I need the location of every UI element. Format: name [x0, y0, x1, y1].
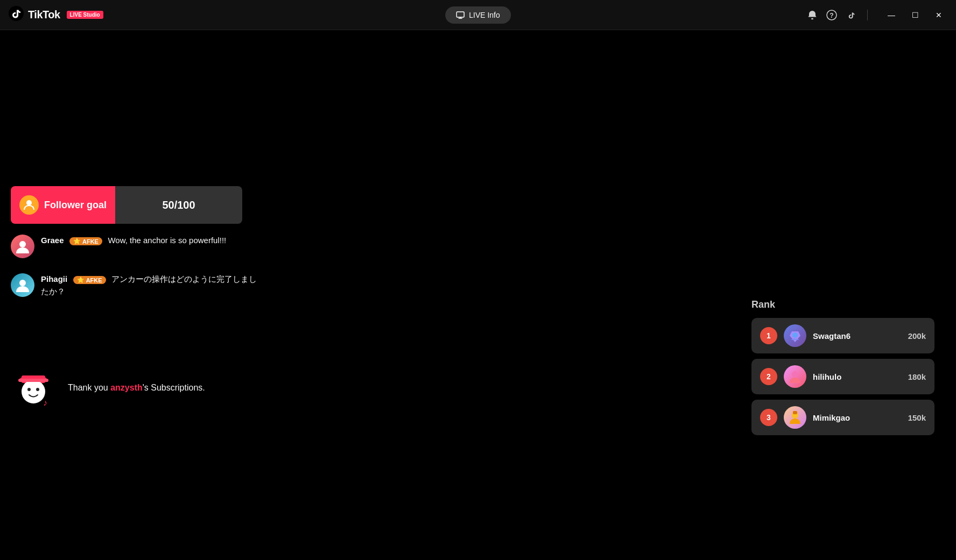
tiktok-icon — [9, 6, 24, 24]
rank-item: 3 Mimikgao 150k — [751, 400, 934, 435]
svg-rect-1 — [456, 12, 464, 17]
rank-score: 180k — [908, 372, 926, 381]
avatar — [11, 235, 34, 258]
svg-rect-16 — [18, 379, 48, 382]
rank-section: Rank 1 Swagtan6 200k 2 — [751, 299, 934, 441]
chat-username: Graee — [41, 236, 64, 245]
follower-goal-label: Follower goal — [44, 200, 107, 211]
title-bar-icons: ? — [807, 10, 870, 20]
follower-goal-progress: 50/100 — [162, 199, 195, 211]
svg-point-4 — [811, 18, 813, 19]
chat-username: Pihagii — [41, 274, 67, 283]
monitor-icon — [456, 11, 465, 19]
rank-username: Mimikgao — [813, 413, 902, 422]
rank-score: 150k — [908, 413, 926, 422]
svg-point-12 — [22, 380, 45, 403]
close-button[interactable]: ✕ — [928, 6, 950, 24]
title-bar: TikTok LIVE Studio LIVE Info ? — [0, 0, 956, 30]
afke-badge: ⭐ AFKE — [69, 237, 102, 245]
badge-label: AFKE — [82, 238, 99, 245]
sub-prefix: Thank you — [68, 383, 110, 392]
rank-badge-2: 2 — [760, 368, 777, 385]
help-icon[interactable]: ? — [826, 10, 837, 20]
rank-avatar — [784, 406, 806, 429]
rank-item: 1 Swagtan6 200k — [751, 318, 934, 353]
star-icon: ⭐ — [77, 277, 85, 283]
badge-label: AFKE — [86, 277, 102, 283]
follower-goal: Follower goal 50/100 — [11, 186, 242, 224]
follower-goal-right: 50/100 — [115, 186, 242, 224]
window-controls: — ☐ ✕ — [881, 6, 950, 24]
title-bar-divider — [867, 10, 868, 20]
sub-suffix: 's Subscriptions. — [143, 383, 205, 392]
svg-point-19 — [792, 371, 798, 378]
notification-icon[interactable] — [807, 10, 818, 20]
live-info-button[interactable]: LIVE Info — [445, 6, 511, 24]
svg-point-9 — [19, 280, 26, 286]
star-icon: ⭐ — [73, 238, 81, 245]
rank-username: hilihulo — [813, 372, 902, 381]
rank-avatar — [784, 324, 806, 347]
rank-avatar — [784, 365, 806, 388]
svg-point-0 — [9, 6, 24, 21]
sub-username: anzysth — [110, 383, 143, 392]
rank-badge-1: 1 — [760, 327, 777, 344]
live-info-label: LIVE Info — [469, 11, 500, 19]
rank-item: 2 hilihulo 180k — [751, 359, 934, 394]
chat-content: Pihagii ⭐ AFKE アンカーの操作はどのように完了しましたか？ — [41, 273, 258, 297]
rank-title: Rank — [751, 299, 934, 310]
svg-point-13 — [27, 388, 31, 391]
subscription-text: Thank you anzysth's Subscriptions. — [68, 381, 205, 395]
svg-text:?: ? — [830, 12, 833, 19]
live-studio-badge: LIVE Studio — [67, 11, 103, 19]
follower-goal-left: Follower goal — [11, 186, 115, 224]
subscription-notification: ♪ Thank you anzysth's Subscriptions. — [11, 364, 205, 412]
chat-content: Graee ⭐ AFKE Wow, the anchor is so power… — [41, 235, 258, 247]
chat-message: Graee ⭐ AFKE Wow, the anchor is so power… — [11, 235, 258, 258]
svg-point-7 — [26, 200, 32, 205]
tiktok-wordmark: TikTok — [28, 9, 60, 21]
follower-goal-icon — [19, 195, 39, 215]
svg-text:♪: ♪ — [43, 398, 47, 407]
chat-area: Graee ⭐ AFKE Wow, the anchor is so power… — [11, 235, 258, 313]
minimize-button[interactable]: — — [881, 6, 902, 24]
rank-username: Swagtan6 — [813, 331, 902, 341]
maximize-button[interactable]: ☐ — [904, 6, 926, 24]
avatar — [11, 273, 34, 297]
main-content: Follower goal 50/100 Graee ⭐ AFKE Wow, t… — [0, 30, 956, 560]
svg-point-18 — [792, 332, 798, 338]
svg-point-8 — [19, 241, 26, 247]
svg-point-14 — [36, 388, 39, 391]
rank-score: 200k — [908, 331, 926, 341]
rank-badge-3: 3 — [760, 409, 777, 426]
subscription-avatar: ♪ — [11, 364, 59, 412]
tiktok-logo: TikTok LIVE Studio — [9, 6, 103, 24]
svg-rect-21 — [793, 411, 797, 414]
tiktok-profile-icon[interactable] — [846, 10, 856, 20]
chat-text: Wow, the anchor is so powerful!!! — [108, 236, 226, 245]
chat-message: Pihagii ⭐ AFKE アンカーの操作はどのように完了しましたか？ — [11, 273, 258, 297]
afke-badge: ⭐ AFKE — [73, 276, 106, 284]
